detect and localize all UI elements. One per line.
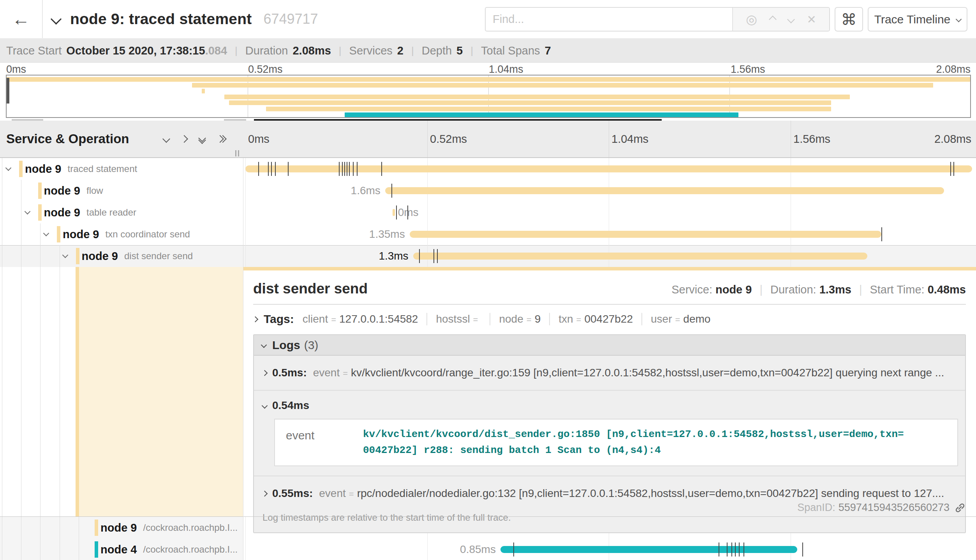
separator: |: [411, 45, 414, 57]
span-tree-row-table-reader[interactable]: node 9table reader: [0, 202, 243, 223]
next-match-icon[interactable]: [787, 16, 795, 23]
span-tree-row-txn-coordinator-send[interactable]: node 9txn coordinator send: [0, 223, 243, 245]
span-color-bar: [95, 520, 98, 536]
timeline-tick-label: 2.08ms: [934, 121, 971, 157]
trace-title-row: node 9: traced statement 6749717: [52, 0, 318, 38]
band-gridline: [609, 121, 609, 157]
log-value: rpc/nodedialer/nodedialer.go:132 [n9,cli…: [357, 487, 944, 500]
span-name-group[interactable]: node 9table reader: [44, 202, 137, 223]
summary-value-suffix: .084: [205, 44, 227, 57]
span-bar[interactable]: [410, 231, 881, 238]
span-id-value: 5597415943526560273: [839, 502, 950, 514]
expand-all-icon[interactable]: [217, 136, 226, 142]
log-marker-tick: [513, 542, 514, 556]
tree-indent-guide: [2, 202, 2, 223]
chevron-right-icon: [252, 316, 259, 322]
tree-indent-guide: [79, 517, 79, 539]
tree-chevron-down-icon[interactable]: [62, 252, 68, 258]
tree-indent-guide: [40, 245, 41, 267]
log-value: kv/kvclient/kvcoord/range_iter.go:159 [n…: [351, 367, 944, 379]
collapse-one-icon[interactable]: [162, 135, 170, 143]
span-name-group[interactable]: node 9dist sender send: [82, 245, 193, 267]
span-tree-row-flow[interactable]: node 9flow: [0, 180, 243, 202]
equals-sign: =: [331, 315, 336, 325]
tree-indent-guide: [21, 180, 21, 202]
tags-toggle-row[interactable]: Tags: client=127.0.0.1:54582 hostssl= no…: [253, 312, 966, 326]
minimap-tick-label: 1.56ms: [731, 63, 765, 75]
log-entry-collapsed[interactable]: 0.5ms: event = kv/kvclient/kvcoord/range…: [254, 356, 965, 391]
span-bar[interactable]: [385, 187, 944, 194]
minimap-scrubber-handle[interactable]: [7, 78, 9, 104]
minimap-span-bar: [7, 77, 970, 82]
start-time-label: Start Time:: [870, 283, 924, 296]
tree-chevron-down-icon[interactable]: [43, 230, 49, 237]
tree-indent-guide: [40, 267, 41, 517]
span-id-label: SpanID:: [797, 502, 835, 514]
log-marker-tick: [802, 542, 803, 556]
page-header: ← node 9: traced statement 6749717 ◎ ✕ ⌘…: [0, 0, 976, 39]
back-arrow-icon: ←: [12, 9, 30, 30]
span-bar[interactable]: [245, 165, 972, 172]
prev-match-icon[interactable]: [769, 16, 777, 23]
focus-match-icon[interactable]: ◎: [746, 12, 757, 27]
tree-chevron-down-icon[interactable]: [24, 209, 30, 215]
tree-chevron-down-icon[interactable]: [5, 165, 12, 171]
summary-value: 2.08ms: [292, 44, 331, 57]
service-label: Service:: [671, 283, 712, 296]
find-bar: ◎ ✕: [485, 7, 830, 32]
timeline-collapse-controls: [164, 121, 226, 157]
span-duration-label: 1.35ms: [369, 223, 405, 245]
tag-value: 127.0.0.1:54582: [339, 313, 418, 325]
log-marker-tick: [347, 162, 347, 176]
log-marker-tick: [437, 249, 438, 263]
detail-row-cream-band: [79, 267, 243, 517]
logs-header[interactable]: Logs (3): [254, 335, 965, 356]
keyboard-shortcuts-button[interactable]: ⌘: [835, 7, 863, 32]
expand-one-icon[interactable]: [180, 135, 188, 143]
log-marker-tick: [258, 162, 259, 176]
trace-summary-bar: Trace StartOctober 15 2020, 17:38:15.084…: [0, 39, 976, 63]
span-name-group[interactable]: node 9txn coordinator send: [63, 223, 190, 245]
logs-footer-note: Log timestamps are relative to the start…: [254, 511, 965, 532]
span-name-group[interactable]: node 9/cockroach.roachpb.I...: [100, 517, 238, 539]
span-tree-row-dist-sender-send[interactable]: node 9dist sender send: [0, 245, 243, 267]
span-name-group[interactable]: node 9traced statement: [25, 158, 137, 180]
span-bar[interactable]: [413, 253, 867, 260]
view-selector-button[interactable]: Trace Timeline: [868, 7, 967, 32]
copy-link-icon[interactable]: [954, 502, 966, 514]
collapse-trace-header-icon[interactable]: [51, 14, 62, 25]
logs-title: Logs: [272, 339, 300, 352]
log-timestamp: 0.54ms: [272, 399, 309, 412]
span-tree-row--cockroach-roachpb-i-[interactable]: node 4/cockroach.roachpb.I...: [0, 539, 243, 560]
span-detail-panel: dist sender send Service:node 9 | Durati…: [243, 270, 976, 517]
column-divider: [243, 158, 243, 560]
log-marker-tick: [339, 162, 340, 176]
tree-indent-guide: [60, 517, 60, 539]
span-tree-row-traced-statement[interactable]: node 9traced statement: [0, 158, 243, 180]
tree-indent-guide: [60, 539, 60, 560]
tree-indent-guide: [60, 267, 60, 517]
find-input[interactable]: [486, 8, 732, 31]
clear-find-icon[interactable]: ✕: [807, 13, 816, 26]
trace-timeline-page: ← node 9: traced statement 6749717 ◎ ✕ ⌘…: [0, 0, 976, 560]
log-marker-tick: [739, 542, 740, 556]
back-button[interactable]: ←: [0, 0, 43, 38]
collapse-all-icon[interactable]: [199, 135, 205, 143]
span-bar[interactable]: [500, 546, 798, 553]
span-tree-row--cockroach-roachpb-i-[interactable]: node 9/cockroach.roachpb.I...: [0, 517, 243, 539]
log-entry-toggle[interactable]: 0.54ms: [254, 391, 965, 412]
column-resize-grip[interactable]: [235, 150, 239, 156]
tree-indent-guide: [21, 267, 21, 517]
span-name-group[interactable]: node 9flow: [44, 180, 103, 202]
tag-key: hostssl: [436, 313, 470, 325]
trace-minimap: 0ms0.52ms1.04ms1.56ms2.08ms: [0, 63, 976, 121]
log-marker-tick: [433, 249, 434, 263]
span-bar[interactable]: [393, 209, 395, 216]
log-timestamp: 0.5ms:: [272, 367, 307, 379]
minimap-canvas[interactable]: [6, 75, 971, 118]
span-service-name: node 9: [44, 206, 80, 219]
span-name-group[interactable]: node 4/cockroach.roachpb.I...: [100, 539, 238, 560]
command-icon: ⌘: [841, 11, 857, 28]
log-marker-tick: [349, 162, 350, 176]
tag-value: demo: [683, 313, 710, 325]
